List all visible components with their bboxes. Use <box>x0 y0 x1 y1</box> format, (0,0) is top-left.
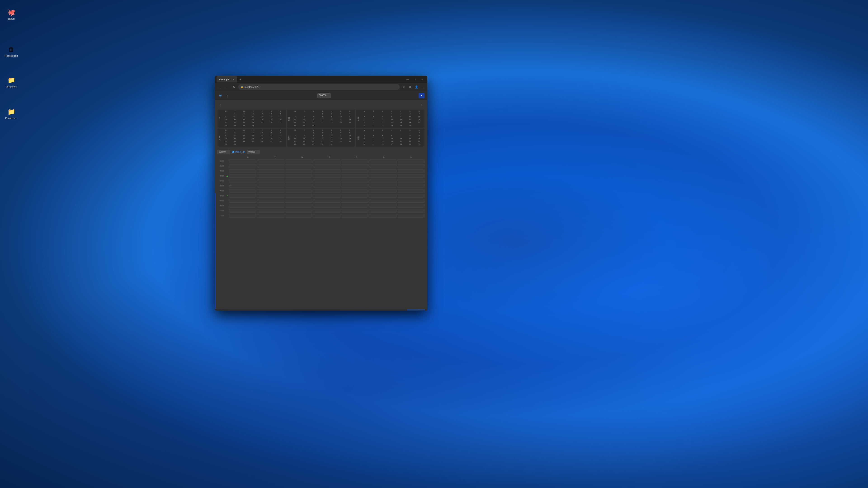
time-slot[interactable] <box>229 209 256 213</box>
time-slot[interactable] <box>397 199 425 203</box>
day-cell[interactable]: 21 <box>397 140 405 143</box>
day-cell[interactable]: 2 <box>230 131 239 134</box>
time-slot[interactable] <box>313 174 340 178</box>
time-slot[interactable] <box>397 204 425 207</box>
day-cell[interactable]: 3 <box>360 134 369 137</box>
day-cell[interactable]: 17 <box>327 137 336 140</box>
day-cell[interactable]: 23 <box>397 121 405 124</box>
time-slot[interactable] <box>257 214 284 218</box>
new-tab-button[interactable]: + <box>238 77 243 82</box>
day-cell[interactable]: 2 <box>397 112 405 115</box>
day-cell[interactable]: 3 <box>405 112 414 115</box>
day-cell[interactable]: 16 <box>318 137 327 140</box>
day-cell[interactable]: 5 <box>258 131 267 134</box>
time-slot[interactable] <box>229 164 256 168</box>
day-cell[interactable]: 22 <box>405 140 414 143</box>
day-cell[interactable]: 27 <box>387 143 396 146</box>
day-cell[interactable]: 10 <box>360 137 369 140</box>
scrollbar[interactable] <box>215 309 427 311</box>
day-cell[interactable]: 25 <box>336 140 345 143</box>
day-cell[interactable]: 15 <box>318 119 327 121</box>
day-cell[interactable]: 18 <box>249 137 257 140</box>
day-cell[interactable]: 30 <box>240 124 248 127</box>
day-cell[interactable]: 14 <box>221 119 230 121</box>
time-slot[interactable] <box>341 189 368 193</box>
day-cell[interactable]: 2 <box>240 112 248 115</box>
time-slot[interactable] <box>369 199 397 203</box>
time-slot[interactable] <box>369 184 397 188</box>
day-cell[interactable]: 19 <box>258 137 267 140</box>
refresh-button[interactable]: ↻ <box>231 84 237 90</box>
tab-close-btn[interactable]: ✕ <box>232 78 235 80</box>
day-cell[interactable]: 10 <box>249 116 257 118</box>
time-slot[interactable] <box>285 204 312 207</box>
day-cell[interactable]: 20 <box>387 140 396 143</box>
day-cell[interactable]: 13 <box>291 137 300 140</box>
time-slot[interactable] <box>341 184 368 188</box>
day-cell[interactable]: 11 <box>258 116 267 118</box>
day-cell[interactable]: 28 <box>300 143 309 146</box>
time-slot[interactable] <box>397 189 425 193</box>
time-slot[interactable] <box>313 159 340 163</box>
save-button[interactable]: ■ <box>418 93 425 98</box>
day-cell[interactable]: 22 <box>309 140 318 143</box>
minimize-button[interactable]: — <box>404 77 411 82</box>
time-slot[interactable] <box>313 214 340 218</box>
scrollbar-thumb[interactable] <box>407 309 425 311</box>
day-cell[interactable]: 13 <box>387 137 396 140</box>
time-slot[interactable] <box>397 184 425 188</box>
day-cell[interactable]: 12 <box>291 119 300 121</box>
time-slot[interactable] <box>229 214 256 218</box>
day-cell[interactable]: 19 <box>345 137 354 140</box>
time-slot[interactable] <box>285 184 312 188</box>
day-cell[interactable]: 19 <box>267 119 276 121</box>
time-slot[interactable] <box>369 204 397 207</box>
day-cell[interactable]: 1 <box>318 112 327 115</box>
day-cell[interactable]: 23 <box>415 140 424 143</box>
time-slot[interactable] <box>285 189 312 193</box>
time-slot[interactable] <box>397 179 425 183</box>
day-cell[interactable]: 6 <box>387 134 396 137</box>
day-cell[interactable]: 26 <box>267 121 276 124</box>
day-cell[interactable]: 17 <box>240 137 248 140</box>
time-slot[interactable] <box>229 179 256 183</box>
time-slot[interactable] <box>285 214 312 218</box>
day-cell[interactable]: 8 <box>387 116 396 118</box>
day-cell[interactable]: 28 <box>276 140 285 143</box>
day-cell[interactable]: 21 <box>378 121 387 124</box>
day-cell[interactable]: 5 <box>345 131 354 134</box>
day-cell[interactable]: 8 <box>405 134 414 137</box>
day-cell[interactable]: 6 <box>276 112 285 115</box>
day-cell[interactable]: 29 <box>405 143 414 146</box>
day-cell[interactable]: 8 <box>230 116 239 118</box>
day-cell[interactable]: 26 <box>291 124 300 127</box>
time-slot[interactable] <box>229 189 256 193</box>
calendar-next-button[interactable]: › <box>419 102 425 108</box>
desktop-icon-recycle-bin[interactable]: 🗑 Recycle Bin <box>2 44 20 58</box>
time-slot[interactable] <box>313 184 340 188</box>
time-slot[interactable] <box>257 189 284 193</box>
day-cell[interactable]: 22 <box>230 121 239 124</box>
desktop-icon-conference[interactable]: 📁 Conferen... <box>2 106 20 121</box>
time-slot[interactable] <box>257 204 284 207</box>
time-slot[interactable] <box>369 164 397 168</box>
time-slot[interactable] <box>257 194 284 198</box>
day-cell[interactable]: 27 <box>267 140 276 143</box>
day-cell[interactable]: 31 <box>405 124 414 127</box>
day-cell[interactable]: 14 <box>276 134 285 137</box>
day-cell[interactable]: 12 <box>258 134 267 137</box>
day-cell[interactable]: 17 <box>336 119 345 121</box>
day-cell[interactable]: 11 <box>336 134 345 137</box>
day-cell[interactable]: 8 <box>309 134 318 137</box>
day-cell[interactable]: 13 <box>300 119 309 121</box>
day-cell[interactable]: 30 <box>230 143 239 146</box>
desktop-icon-github[interactable]: 🐙 github <box>2 7 20 21</box>
day-cell[interactable]: 1 <box>309 131 318 134</box>
address-bar[interactable]: 🔒 localhost:5237 <box>238 84 400 90</box>
day-cell[interactable]: 6 <box>300 116 309 118</box>
time-slot[interactable] <box>341 209 368 213</box>
day-cell[interactable]: 11 <box>345 116 354 118</box>
day-cell[interactable]: 7 <box>378 116 387 118</box>
day-cell[interactable]: 7 <box>221 116 230 118</box>
day-cell[interactable]: 7 <box>276 131 285 134</box>
